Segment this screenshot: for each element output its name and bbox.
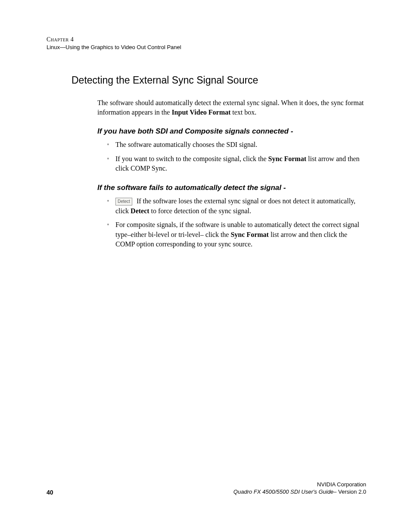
footer: 40 NVIDIA Corporation Quadro FX 4500/550… — [47, 481, 366, 496]
bullet-text-pre: If you want to switch to the composite s… — [115, 155, 268, 162]
page-number: 40 — [47, 489, 53, 496]
footer-version: – Version 2.0 — [333, 488, 366, 495]
header-subtitle: Linux—Using the Graphics to Video Out Co… — [47, 44, 366, 50]
intro-paragraph: The software should automatically detect… — [97, 98, 366, 117]
bullet-list-2: Detect If the software loses the externa… — [107, 196, 366, 249]
footer-company: NVIDIA Corporation — [234, 481, 366, 488]
list-item: The software automatically chooses the S… — [107, 140, 366, 149]
footer-guide: Quadro FX 4500/5500 SDI User's Guide — [234, 488, 333, 495]
bullet-bold: Sync Format — [230, 231, 268, 238]
intro-bold: Input Video Format — [171, 109, 230, 116]
bullet-bold: Sync Format — [268, 155, 306, 162]
detect-button-icon: Detect — [115, 198, 132, 205]
subheading-sdi-composite: If you have both SDI and Composite signa… — [97, 127, 366, 136]
footer-right: NVIDIA Corporation Quadro FX 4500/5500 S… — [234, 481, 366, 496]
bullet-list-1: The software automatically chooses the S… — [107, 140, 366, 173]
bullet-bold: Detect — [131, 207, 149, 215]
list-item: Detect If the software loses the externa… — [107, 196, 366, 216]
list-item: For composite signals, if the software i… — [107, 220, 366, 249]
bullet-text: The software automatically chooses the S… — [115, 141, 257, 148]
bullet-text-post: to force detection of the sync signal. — [149, 207, 251, 215]
subheading-fail-detect: If the software fails to automatically d… — [97, 184, 366, 192]
list-item: If you want to switch to the composite s… — [107, 154, 366, 174]
intro-text-post: text box. — [230, 109, 256, 116]
section-title: Detecting the External Sync Signal Sourc… — [72, 75, 366, 86]
header-chapter: Chapter 4 — [47, 36, 366, 43]
page: Chapter 4 Linux—Using the Graphics to Vi… — [0, 0, 411, 532]
